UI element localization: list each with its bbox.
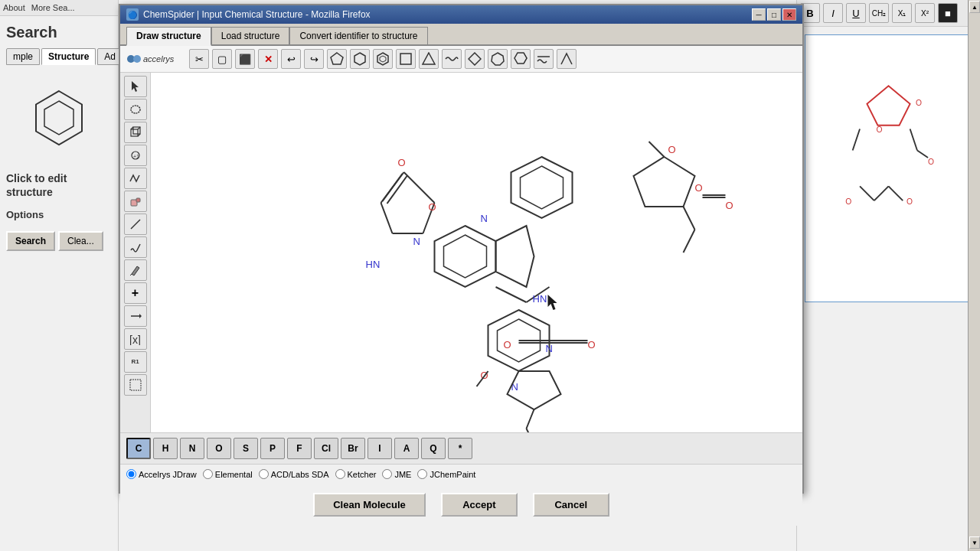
triangle-tool[interactable] xyxy=(419,49,439,69)
accelrys-toolbar: accelrys ✂ ▢ ⬛ ✕ ↩ ↪ xyxy=(120,46,802,73)
svg-marker-19 xyxy=(377,53,388,65)
accelrys-logo-svg: accelrys xyxy=(126,51,180,67)
svg-rect-21 xyxy=(400,54,411,64)
svg-text:HN: HN xyxy=(366,259,381,270)
modal-window: 🔵 ChemSpider | Input Chemical Structure … xyxy=(119,4,804,494)
radio-ketcher-input[interactable] xyxy=(335,469,345,479)
svg-marker-66 xyxy=(444,235,487,278)
diamond-tool[interactable] xyxy=(465,49,485,69)
radio-elemental-label: Elemental xyxy=(215,470,253,479)
svg-marker-54 xyxy=(521,166,564,209)
atom-cl[interactable]: Cl xyxy=(314,438,338,459)
svg-text:O: O xyxy=(398,157,406,168)
angle-tool[interactable] xyxy=(557,49,577,69)
bond-tool[interactable] xyxy=(124,214,147,235)
atom-map-tool[interactable]: +1 xyxy=(124,145,147,166)
wavy-tool[interactable] xyxy=(442,49,462,69)
radio-elemental-input[interactable] xyxy=(203,469,213,479)
svg-rect-27 xyxy=(131,129,138,136)
rectangle-tool[interactable]: ⬛ xyxy=(235,49,255,69)
atom-a[interactable]: A xyxy=(394,438,419,459)
radio-accelrys-input[interactable] xyxy=(126,469,136,479)
draw-canvas[interactable]: O O N HN xyxy=(151,73,802,432)
atom-h[interactable]: H xyxy=(153,438,178,459)
chain-tool[interactable] xyxy=(124,168,147,189)
tab-load-structure[interactable]: Load structure xyxy=(211,27,290,44)
wavy-bond-tool[interactable] xyxy=(124,236,147,258)
zoom-in-tool[interactable]: + xyxy=(124,282,147,304)
select-tool[interactable]: ▢ xyxy=(212,49,232,69)
square-tool[interactable] xyxy=(396,49,416,69)
svg-line-63 xyxy=(684,207,695,230)
cancel-button[interactable]: Cancel xyxy=(533,493,609,517)
atom-br[interactable]: Br xyxy=(341,438,365,459)
wavy2-tool[interactable] xyxy=(534,49,554,69)
atom-c[interactable]: C xyxy=(126,438,151,459)
ring6-tool[interactable] xyxy=(373,49,393,69)
atom-f[interactable]: F xyxy=(287,438,312,459)
left-tool-panel: +1 + xyxy=(120,73,151,432)
draw-area-container: +1 + xyxy=(120,73,802,432)
3d-box-tool[interactable] xyxy=(124,122,147,143)
clean-molecule-button[interactable]: Clean Molecule xyxy=(313,493,426,517)
svg-marker-56 xyxy=(634,157,695,207)
radio-jme[interactable]: JME xyxy=(382,469,411,479)
svg-line-77 xyxy=(527,409,534,429)
atom-p[interactable]: P xyxy=(260,438,285,459)
maximize-button[interactable]: □ xyxy=(767,8,781,21)
radio-acd-label: ACD/Labs SDA xyxy=(271,470,329,479)
atom-star[interactable]: * xyxy=(448,438,472,459)
radio-acd-input[interactable] xyxy=(259,469,269,479)
accept-button[interactable]: Accept xyxy=(441,493,518,517)
radio-ketcher[interactable]: Ketcher xyxy=(335,469,377,479)
heptagon-tool[interactable] xyxy=(488,49,508,69)
svg-line-43 xyxy=(381,203,393,233)
lasso-tool[interactable] xyxy=(124,99,147,120)
atom-q[interactable]: Q xyxy=(421,438,446,459)
r-group-tool[interactable]: R1 xyxy=(124,351,147,373)
svg-marker-39 xyxy=(139,314,142,318)
radio-ketcher-label: Ketcher xyxy=(348,470,377,479)
scissors-tool[interactable]: ✂ xyxy=(189,49,209,69)
svg-line-46 xyxy=(404,172,435,203)
atom-o[interactable]: O xyxy=(207,438,231,459)
sgroup-tool[interactable] xyxy=(124,374,147,396)
radio-acd[interactable]: ACD/Labs SDA xyxy=(259,469,329,479)
pentagon-tool[interactable] xyxy=(327,49,347,69)
radio-accelrys[interactable]: Accelrys JDraw xyxy=(126,469,197,479)
tab-draw-structure[interactable]: Draw structure xyxy=(126,27,211,46)
modal-titlebar: 🔵 ChemSpider | Input Chemical Structure … xyxy=(120,5,802,24)
radio-jchempaint-label: JChemPaint xyxy=(430,470,475,479)
radio-jme-input[interactable] xyxy=(382,469,392,479)
atom-i[interactable]: I xyxy=(368,438,392,459)
eraser-tool[interactable] xyxy=(124,191,147,212)
bracket-tool[interactable]: [x] xyxy=(124,328,147,350)
undo-tool[interactable]: ↩ xyxy=(281,49,301,69)
titlebar-icon: 🔵 xyxy=(126,8,139,21)
radio-jchempaint[interactable]: JChemPaint xyxy=(417,469,475,479)
svg-text:O: O xyxy=(504,339,511,350)
radio-jchempaint-input[interactable] xyxy=(417,469,427,479)
hexagon-tool[interactable] xyxy=(350,49,370,69)
cursor-tool[interactable] xyxy=(124,76,147,97)
radio-elemental[interactable]: Elemental xyxy=(203,469,253,479)
arrow-tool[interactable] xyxy=(124,305,147,327)
modal-overlay: 🔵 ChemSpider | Input Chemical Structure … xyxy=(0,0,980,551)
svg-marker-67 xyxy=(496,226,534,287)
svg-text:HN: HN xyxy=(533,293,547,305)
svg-rect-35 xyxy=(136,198,140,202)
svg-text:O: O xyxy=(668,144,676,155)
svg-point-26 xyxy=(131,106,140,113)
svg-text:O: O xyxy=(429,201,436,213)
atom-n[interactable]: N xyxy=(180,438,204,459)
atom-s[interactable]: S xyxy=(234,438,258,459)
svg-line-37 xyxy=(130,274,132,276)
fused-tool[interactable] xyxy=(511,49,531,69)
pen-tool[interactable] xyxy=(124,259,147,281)
tab-convert-identifier[interactable]: Convert identifier to structure xyxy=(289,27,427,44)
minimize-button[interactable]: ─ xyxy=(752,8,766,21)
delete-tool[interactable]: ✕ xyxy=(258,49,278,69)
redo-tool[interactable]: ↪ xyxy=(304,49,324,69)
close-button[interactable]: ✕ xyxy=(782,8,796,21)
accelrys-logo: accelrys xyxy=(126,51,180,67)
